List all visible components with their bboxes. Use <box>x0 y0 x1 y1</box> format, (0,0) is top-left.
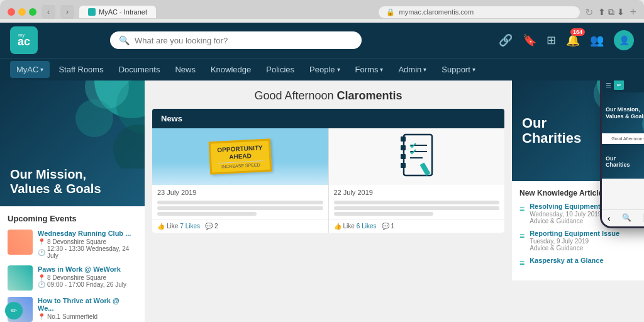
phone-charities: OurCharities <box>602 144 644 179</box>
edit-button[interactable]: ✏ <box>5 302 23 319</box>
news-content-lines <box>152 197 328 219</box>
event-title[interactable]: Paws in Work @ WeWork <box>38 265 137 273</box>
knowledge-item: ≡ Reporting Equipment Issue Tuesday, 9 J… <box>519 230 636 252</box>
event-location: 📍 8 Devonshire Square <box>38 238 137 245</box>
notification-badge: 164 <box>570 28 585 36</box>
nav-item-myac[interactable]: MyAC ▾ <box>10 61 50 78</box>
knowledge-article-title[interactable]: Reporting Equipment Issue <box>530 230 619 237</box>
tab-overview-icon[interactable]: ⧉ <box>608 7 614 18</box>
chevron-down-icon: ▾ <box>423 66 426 73</box>
svg-rect-9 <box>401 163 406 168</box>
knowledge-info: Kaspersky at a Glance <box>530 257 603 265</box>
clock-icon: 🕐 <box>38 249 45 256</box>
comment-button[interactable]: 💬 2 <box>205 223 218 230</box>
knowledge-icon: ≡ <box>519 204 525 214</box>
nav-item-admin[interactable]: Admin ▾ <box>392 61 433 78</box>
event-item: How to Thrive at Work @ We... 📍 No.1 Sum… <box>8 297 137 322</box>
event-title[interactable]: How to Thrive at Work @ We... <box>38 297 137 312</box>
hamburger-icon: ☰ <box>606 82 611 89</box>
user-avatar[interactable]: 👤 <box>614 30 634 50</box>
grid-icon[interactable]: ⊞ <box>547 33 556 47</box>
download-icon[interactable]: ⬇ <box>617 7 625 18</box>
svg-rect-7 <box>401 145 406 150</box>
address-bar[interactable]: 🔒 mymac.claromentis.com <box>379 6 580 18</box>
charities-text: Our Charities <box>522 116 581 146</box>
browser-tab[interactable]: MyAC - Intranet <box>79 6 156 18</box>
svg-rect-13 <box>420 162 431 175</box>
traffic-lights <box>8 8 36 16</box>
nav-item-support[interactable]: Support ▾ <box>435 61 482 78</box>
event-title[interactable]: Wednesday Running Club ... <box>38 230 137 237</box>
like-button[interactable]: 👍 Like 7 Likes <box>157 223 200 230</box>
event-info: Wednesday Running Club ... 📍 8 Devonshir… <box>38 230 137 259</box>
plus-tab-icon[interactable]: + <box>630 6 636 19</box>
phone-search-icon[interactable]: 🔍 <box>622 213 631 223</box>
news-card: 22 July 2019 👍 Like 6 Likes 💬 <box>329 128 505 233</box>
close-button[interactable] <box>8 8 15 16</box>
back-button[interactable]: ‹ <box>42 5 55 19</box>
comment-button[interactable]: 💬 1 <box>382 223 395 230</box>
svg-rect-8 <box>401 154 406 159</box>
pin-icon: 📍 <box>38 313 45 320</box>
knowledge-article-title[interactable]: Kaspersky at a Glance <box>530 257 603 264</box>
nav-item-people[interactable]: People ▾ <box>303 61 346 78</box>
center-panel: Good Afternoon Claromentis News OPPORTUN… <box>145 80 512 322</box>
chevron-down-icon: ▾ <box>40 66 43 73</box>
link-icon[interactable]: 🔗 <box>499 33 513 47</box>
phone-nav: ☰ ac 164 👤 <box>602 80 644 92</box>
forward-button[interactable]: › <box>60 5 74 19</box>
nav-bar: MyAC ▾ Staff Rooms Documents News Knowle… <box>0 58 644 80</box>
share-icon[interactable]: ⬆ <box>598 7 606 18</box>
event-info: How to Thrive at Work @ We... 📍 No.1 Sum… <box>38 297 137 320</box>
tab-title: MyAC - Intranet <box>99 8 147 16</box>
event-thumbnail <box>8 230 33 255</box>
knowledge-article-date: Tuesday, 9 July 2019 <box>530 238 619 245</box>
users-icon[interactable]: 👥 <box>590 33 604 47</box>
opportunity-sign-wrapper: OPPORTUNITY AHEAD INCREASE SPEED <box>209 128 271 185</box>
like-button[interactable]: 👍 Like 6 Likes <box>334 223 377 230</box>
nav-item-forms[interactable]: Forms ▾ <box>349 61 390 78</box>
pin-icon: 📍 <box>38 238 45 245</box>
comment-icon: 💬 <box>205 223 213 230</box>
news-card: OPPORTUNITY AHEAD INCREASE SPEED 23 July… <box>152 128 328 233</box>
phone-mockup: 14:16 ●●● 🔋 ☰ ac 164 👤 <box>600 80 644 228</box>
event-item: Paws in Work @ WeWork 📍 8 Devonshire Squ… <box>8 265 137 291</box>
news-section: News OPPORTUNITY AHEAD INCREASE SPEED <box>152 109 504 233</box>
nav-item-news[interactable]: News <box>169 61 202 78</box>
phone-back-icon[interactable]: ‹ <box>608 213 611 223</box>
news-content-lines <box>329 197 505 219</box>
logo[interactable]: my ac <box>10 26 38 54</box>
maximize-button[interactable] <box>29 8 36 16</box>
search-icon: 🔍 <box>119 35 130 45</box>
app-header: my ac 🔍 🔗 🔖 ⊞ 🔔 164 👥 👤 <box>0 23 644 58</box>
news-date: 23 July 2019 <box>152 185 328 197</box>
nav-item-knowledge[interactable]: Knowledge <box>204 61 257 78</box>
event-info: Paws in Work @ WeWork 📍 8 Devonshire Squ… <box>38 265 137 288</box>
event-location: 📍 No.1 Summerfield <box>38 313 137 320</box>
nav-item-policies[interactable]: Policies <box>260 61 301 78</box>
pin-icon: 📍 <box>38 274 45 281</box>
nav-item-documents[interactable]: Documents <box>113 61 167 78</box>
phone-greeting: Good Afternoon Claromentis <box>602 133 644 144</box>
logo-my: my <box>18 33 25 37</box>
knowledge-item: ≡ Kaspersky at a Glance <box>519 257 636 268</box>
phone-hero: Our Mission, Values & Goals <box>602 92 644 133</box>
event-thumbnail <box>8 265 33 291</box>
phone-charities-text: OurCharities <box>606 155 630 168</box>
news-image <box>329 128 505 185</box>
knowledge-icon: ≡ <box>519 258 525 268</box>
nav-item-staffrooms[interactable]: Staff Rooms <box>52 61 109 78</box>
right-panel: Our Charities New Knowledge Articles ≡ R… <box>512 80 644 322</box>
browser-actions: ⬆ ⧉ ⬇ <box>598 7 625 18</box>
minimize-button[interactable] <box>18 8 26 16</box>
notebook-svg <box>394 131 438 182</box>
notification-bell[interactable]: 🔔 164 <box>566 33 580 47</box>
svg-rect-6 <box>401 136 406 142</box>
refresh-icon[interactable]: ↻ <box>585 6 593 18</box>
news-date: 22 July 2019 <box>329 185 505 197</box>
mission-text: Our Mission, Values & Goals <box>10 167 101 196</box>
search-bar[interactable]: 🔍 <box>110 31 362 49</box>
search-input[interactable] <box>135 36 353 45</box>
thumbs-up-icon: 👍 <box>334 223 341 230</box>
bookmark-icon[interactable]: 🔖 <box>523 33 536 47</box>
